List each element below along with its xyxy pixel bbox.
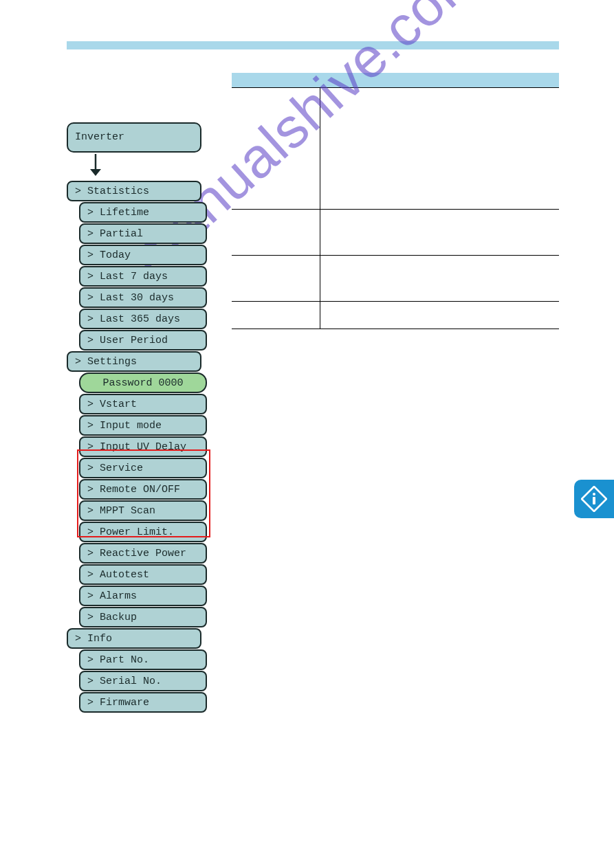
table-divider-horizontal xyxy=(232,301,559,302)
menu-root-inverter[interactable]: Inverter xyxy=(67,122,201,153)
menu-item-partial[interactable]: > Partial xyxy=(79,223,207,244)
svg-point-1 xyxy=(593,493,595,496)
menu-section-statistics[interactable]: > Statistics xyxy=(67,181,201,201)
table-divider-horizontal xyxy=(232,329,559,329)
menu-item-serial-no[interactable]: > Serial No. xyxy=(79,671,207,691)
svg-rect-2 xyxy=(593,497,595,504)
menu-tree: Inverter > Statistics > Lifetime > Parti… xyxy=(67,122,208,713)
menu-item-power-limit[interactable]: > Power Limit. xyxy=(79,522,207,542)
menu-item-last-7-days[interactable]: > Last 7 days xyxy=(79,266,207,287)
menu-item-last-365-days[interactable]: > Last 365 days xyxy=(79,309,207,329)
content-table xyxy=(232,73,559,329)
menu-item-part-no[interactable]: > Part No. xyxy=(79,649,207,670)
menu-item-user-period[interactable]: > User Period xyxy=(79,330,207,350)
info-diamond-icon xyxy=(581,486,607,512)
menu-item-alarms[interactable]: > Alarms xyxy=(79,586,207,606)
menu-section-info[interactable]: > Info xyxy=(67,628,201,649)
table-header-row xyxy=(232,73,559,88)
menu-item-remote-on-off[interactable]: > Remote ON/OFF xyxy=(79,479,207,500)
menu-item-password[interactable]: Password 0000 xyxy=(79,372,207,393)
menu-item-firmware[interactable]: > Firmware xyxy=(79,692,207,713)
menu-item-input-uv-delay[interactable]: > Input UV Delay xyxy=(79,436,207,457)
svg-marker-4 xyxy=(90,169,101,176)
menu-item-vstart[interactable]: > Vstart xyxy=(79,394,207,414)
menu-item-autotest[interactable]: > Autotest xyxy=(79,564,207,585)
menu-item-reactive-power[interactable]: > Reactive Power xyxy=(79,543,207,564)
menu-item-input-mode[interactable]: > Input mode xyxy=(79,415,207,436)
table-divider-vertical xyxy=(320,88,320,329)
menu-item-backup[interactable]: > Backup xyxy=(79,607,207,627)
menu-item-service[interactable]: > Service xyxy=(79,458,207,478)
table-divider-horizontal xyxy=(232,255,559,256)
menu-item-today[interactable]: > Today xyxy=(79,245,207,265)
header-rule xyxy=(67,41,559,49)
arrow-down-icon xyxy=(87,153,104,177)
menu-item-mppt-scan[interactable]: > MPPT Scan xyxy=(79,500,207,521)
table-divider-horizontal xyxy=(232,209,559,210)
menu-section-settings[interactable]: > Settings xyxy=(67,351,201,372)
menu-item-lifetime[interactable]: > Lifetime xyxy=(79,202,207,223)
menu-item-last-30-days[interactable]: > Last 30 days xyxy=(79,287,207,308)
side-badge xyxy=(574,480,614,518)
table-body xyxy=(232,88,559,329)
